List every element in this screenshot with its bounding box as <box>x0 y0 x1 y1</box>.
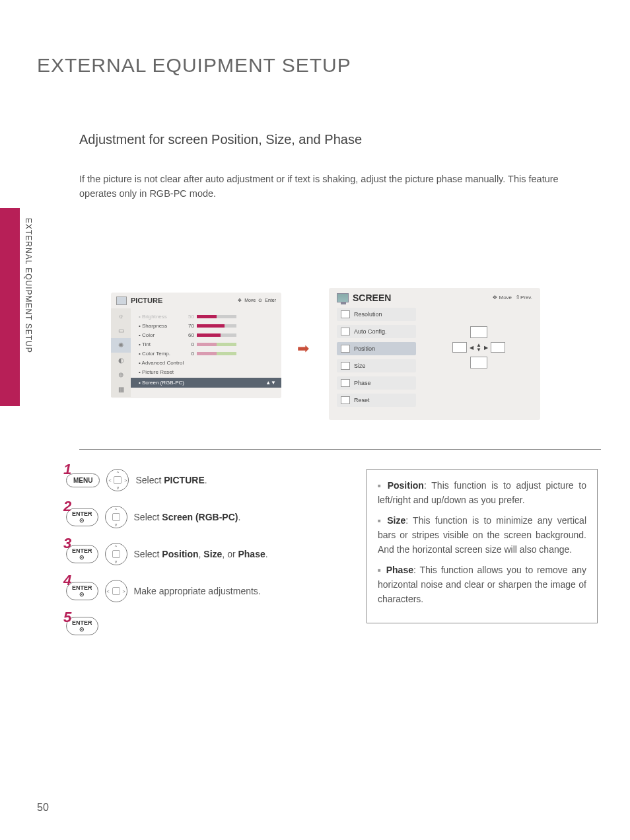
reset-icon <box>341 396 350 404</box>
osd-screen-items: Resolution Auto Config. Position Size Ph… <box>337 308 416 407</box>
osd-picture-nav-hint: ✥Move ⊙Enter <box>238 298 276 303</box>
info-item-size: Size: This function is to minimize any v… <box>378 514 586 557</box>
step-text: Select PICTURE. <box>135 475 207 485</box>
osd-picture-title: PICTURE <box>131 297 162 304</box>
info-item-phase: Phase: This function allows you to remov… <box>378 563 586 606</box>
osd-row-screen-rgb-pc[interactable]: • Screen (RGB-PC) ▲▼ <box>131 378 281 388</box>
osd-screen-item-auto-config[interactable]: Auto Config. <box>337 325 416 338</box>
osd-row-brightness[interactable]: • Brightness 50 <box>139 312 276 321</box>
step-text: Select Screen (RGB-PC). <box>134 512 241 522</box>
position-control[interactable]: ◀ ▲ ▼ ▶ <box>452 342 505 353</box>
osd-picture-list: • Brightness 50 • Sharpness 70 • Color 6… <box>131 308 281 397</box>
osd-screen-item-phase[interactable]: Phase <box>337 376 416 390</box>
step-5: 5 ENTER⊙ <box>66 617 343 635</box>
osd-row-reset[interactable]: • Picture Reset <box>139 367 276 376</box>
dpad-icon[interactable]: ^v <box>105 543 127 565</box>
side-section-label: EXTERNAL EQUIPMENT SETUP <box>24 218 33 353</box>
osd-screen-item-reset[interactable]: Reset <box>337 394 416 407</box>
step-1: 1 MENU ^v<> Select PICTURE. <box>66 469 343 491</box>
page-number: 50 <box>37 802 49 814</box>
dpad-icon[interactable]: ^v<> <box>106 469 129 491</box>
osd-screen-title: SCREEN <box>353 293 391 303</box>
osd-screen-item-size[interactable]: Size <box>337 359 416 372</box>
osd-tab-icon[interactable]: ▦ <box>111 382 131 397</box>
arrow-right-icon: ➡ <box>297 340 309 357</box>
preview-thumb <box>452 342 467 353</box>
section-heading: Adjustment for screen Position, Size, an… <box>79 132 362 147</box>
osd-screen-nav-hint: ✥ Move ꕉ Prev. <box>493 295 532 301</box>
osd-row-color-temp[interactable]: • Color Temp. 0 <box>139 349 276 358</box>
position-icon <box>341 345 350 353</box>
step-number: 2 <box>63 498 71 515</box>
page-title: EXTERNAL EQUIPMENT SETUP <box>37 54 351 77</box>
step-4: 4 ENTER⊙ <> Make appropriate adjustments… <box>66 580 343 602</box>
preview-thumb <box>470 357 487 368</box>
picture-icon <box>116 297 127 305</box>
right-arrow-icon[interactable]: ▶ <box>484 345 488 351</box>
info-box: Position: This function is to adjust pic… <box>367 469 598 623</box>
auto-config-icon <box>341 328 350 335</box>
updown-icon: ▲▼ <box>265 380 276 386</box>
resolution-icon <box>341 310 350 318</box>
osd-tab-icon[interactable]: ☼ <box>111 308 131 323</box>
left-arrow-icon[interactable]: ◀ <box>470 345 473 351</box>
preview-thumb <box>470 326 487 338</box>
osd-row-sharpness[interactable]: • Sharpness 70 <box>139 321 276 330</box>
step-text: Select Position, Size, or Phase. <box>134 549 268 559</box>
osd-screen-preview: ◀ ▲ ▼ ▶ <box>425 308 532 407</box>
osd-row-tint[interactable]: • Tint 0 <box>139 339 276 349</box>
osd-screen-item-position[interactable]: Position <box>337 342 416 355</box>
down-arrow-icon[interactable]: ▼ <box>476 347 481 352</box>
step-number: 3 <box>63 535 71 552</box>
step-number: 1 <box>63 461 71 478</box>
monitor-icon <box>337 293 349 302</box>
osd-picture-header: PICTURE ✥Move ⊙Enter <box>111 293 281 308</box>
side-accent-bar <box>0 208 20 406</box>
osd-row-color[interactable]: • Color 60 <box>139 330 276 339</box>
step-3: 3 ENTER⊙ ^v Select Position, Size, or Ph… <box>66 543 343 565</box>
osd-row-advanced[interactable]: • Advanced Control <box>139 358 276 367</box>
intro-paragraph: If the picture is not clear after auto a… <box>79 172 594 201</box>
steps-list: 1 MENU ^v<> Select PICTURE. 2 ENTER⊙ ^v … <box>66 469 343 650</box>
size-icon <box>341 362 350 370</box>
info-item-position: Position: This function is to adjust pic… <box>378 479 586 507</box>
step-2: 2 ENTER⊙ ^v Select Screen (RGB-PC). <box>66 506 343 528</box>
osd-tab-icon[interactable]: ▭ <box>111 323 131 337</box>
osd-screen-item-resolution[interactable]: Resolution <box>337 308 416 321</box>
dpad-icon[interactable]: ^v <box>105 506 127 528</box>
osd-category-tabs: ☼ ▭ ✺ ◐ ⊕ ▦ <box>111 308 131 397</box>
step-text: Make appropriate adjustments. <box>134 586 261 596</box>
preview-thumb <box>491 342 505 353</box>
osd-picture-panel: PICTURE ✥Move ⊙Enter ☼ ▭ ✺ ◐ ⊕ ▦ • Brigh… <box>111 293 281 398</box>
osd-screen-panel: SCREEN ✥ Move ꕉ Prev. Resolution Auto Co… <box>329 288 540 420</box>
osd-screen-header: SCREEN ✥ Move ꕉ Prev. <box>329 288 540 308</box>
phase-icon <box>341 379 350 387</box>
section-divider <box>79 449 601 450</box>
osd-tab-icon[interactable]: ⊕ <box>111 367 131 382</box>
osd-tab-icon[interactable]: ◐ <box>111 353 131 367</box>
dpad-icon[interactable]: <> <box>105 580 127 602</box>
step-number: 4 <box>63 572 71 589</box>
step-number: 5 <box>63 609 71 626</box>
osd-tab-icon[interactable]: ✺ <box>111 338 131 353</box>
